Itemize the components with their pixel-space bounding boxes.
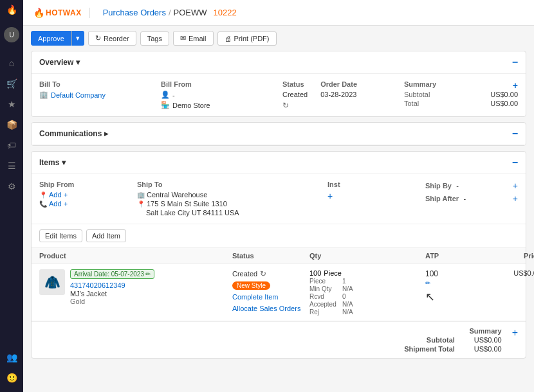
ship-by-add[interactable]: + (513, 181, 518, 191)
communications-header: Communications ▸ − (32, 123, 526, 145)
topbar-divider (89, 8, 90, 18)
footer-add-icon[interactable]: + (512, 327, 518, 339)
inst-add-icon[interactable]: + (327, 191, 333, 201)
edit-items-button[interactable]: Edit Items (39, 229, 82, 242)
subtotal-value: US$0.00 (490, 91, 518, 98)
bill-to-label: Bill To (39, 80, 153, 88)
sidebar-item-people[interactable]: 👥 (3, 348, 21, 366)
summary-add-icon[interactable]: + (513, 80, 518, 91)
allocate-orders-link[interactable]: Allocate Sales Orders (232, 305, 300, 312)
rcvd-label: Rcvd (309, 293, 342, 300)
communications-title[interactable]: Communications ▸ (39, 129, 108, 138)
ship-from-add-phone[interactable]: Add + (49, 200, 68, 208)
product-id-link[interactable]: 43174020612349 (70, 281, 125, 289)
sidebar-avatar[interactable]: U (3, 26, 21, 44)
new-style-badge: New Style (232, 281, 270, 290)
breadcrumb-id: 10222 (214, 8, 237, 17)
location-icon-1: 📍 (39, 192, 47, 199)
approve-button-group: Approve ▾ (31, 31, 84, 46)
approve-dropdown[interactable]: ▾ (71, 31, 84, 46)
rej-label: Rej (309, 308, 342, 316)
footer-subtotal-row: Subtotal US$0.00 (427, 336, 502, 344)
ship-after-value: - (464, 195, 466, 202)
sidebar-item-settings[interactable]: ⚙ (3, 177, 21, 195)
arrival-badge: Arrival Date: 05-07-2023 ✏ (70, 269, 154, 279)
items-action-row: Edit Items Add Item (32, 224, 526, 248)
complete-item-link[interactable]: Complete Item (232, 293, 279, 301)
breadcrumb: Purchase Orders / POEWW 10222 (103, 8, 237, 17)
sidebar-item-user2[interactable]: 🙂 (3, 369, 21, 387)
items-title[interactable]: Items ▾ (39, 158, 66, 167)
accepted-label: Accepted (309, 301, 342, 308)
status-refresh-icon[interactable]: ↻ (260, 269, 266, 278)
breadcrumb-current: POEWW (174, 8, 207, 17)
atp-edit-icon[interactable]: ✏ (425, 280, 430, 287)
bill-to-col: Bill To 🏢 Default Company (39, 80, 153, 110)
status-value: Created (282, 91, 308, 98)
product-cell: 🧥 Arrival Date: 05-07-2023 ✏ 43174020612… (39, 269, 232, 305)
qty-unit: Piece (324, 269, 342, 277)
sidebar-item-list[interactable]: ☰ (3, 157, 21, 175)
piece-val: 1 (342, 278, 362, 285)
sidebar-item-cart[interactable]: 🛒 (3, 75, 21, 93)
col-price: Price (477, 252, 534, 260)
edit-arrival-icon[interactable]: ✏ (145, 271, 151, 278)
bill-from-person: - (172, 91, 175, 99)
breadcrumb-parent[interactable]: Purchase Orders (103, 8, 166, 17)
sidebar-item-home[interactable]: ⌂ (3, 54, 21, 72)
ship-to-col: Ship To 🏢 Central Warehouse 📍 175 S Main… (137, 181, 322, 217)
status-created: Created ↻ (232, 269, 309, 278)
qty-value: 100 (309, 269, 321, 277)
footer-shipment-row: Shipment Total US$0.00 (404, 345, 501, 353)
ship-from-add[interactable]: Add + (49, 191, 68, 199)
sidebar-item-package[interactable]: 📦 (3, 116, 21, 134)
footer-summary-title: Summary (470, 327, 502, 335)
product-name: MJ's Jacket (70, 290, 154, 298)
footer-summary-label-row: Summary (470, 327, 502, 335)
sidebar-item-tag[interactable]: 🏷 (3, 136, 21, 154)
refresh-icon[interactable]: ↻ (282, 101, 289, 110)
total-label: Total (404, 100, 419, 107)
person-icon: 👤 (161, 91, 170, 99)
sidebar-item-star[interactable]: ★ (3, 95, 21, 113)
summary-col: Summary + Subtotal US$0.00 Total US$0.00 (404, 80, 518, 110)
ship-after-add[interactable]: + (513, 193, 518, 204)
items-chevron: ▾ (62, 158, 66, 167)
footer-subtotal-value: US$0.00 (474, 336, 502, 344)
email-button[interactable]: ✉ Email (173, 31, 214, 46)
ship-to-label: Ship To (137, 181, 322, 188)
bill-from-col: Bill From 👤 - 🏪 Demo Store (161, 80, 275, 110)
print-button[interactable]: 🖨 Print (PDF) (217, 31, 277, 46)
bill-to-value[interactable]: Default Company (51, 91, 106, 99)
tags-button[interactable]: Tags (140, 31, 169, 46)
ship-to-city: Salt Lake City UT 84111 USA (146, 209, 239, 217)
product-thumbnail: 🧥 (39, 269, 65, 295)
reorder-button[interactable]: ↻ Reorder (88, 31, 136, 46)
piece-label: Piece (309, 278, 342, 285)
rej-val: N/A (342, 308, 362, 316)
footer-subtotal-label: Subtotal (427, 336, 455, 344)
comm-collapse[interactable]: − (512, 128, 518, 139)
phone-icon: 📞 (39, 200, 47, 208)
qty-cell: 100 Piece Piece 1 Min Qty N/A Rcvd 0 Acc… (309, 269, 425, 316)
overview-collapse[interactable]: − (512, 57, 518, 68)
ship-to-warehouse: Central Warehouse (147, 191, 207, 199)
items-collapse[interactable]: − (512, 157, 518, 168)
ship-from-col: Ship From 📍 Add + 📞 Add + (39, 181, 132, 217)
ship-by-value: - (456, 182, 459, 190)
bill-from-store: Demo Store (172, 102, 210, 109)
reorder-icon: ↻ (95, 34, 101, 42)
overview-title[interactable]: Overview ▾ (39, 58, 80, 67)
content-area: Approve ▾ ↻ Reorder Tags ✉ Email 🖨 Print… (23, 26, 534, 392)
topbar: 🔥 HOTWAX Purchase Orders / POEWW 10222 (23, 0, 534, 26)
overview-section: Overview ▾ − Bill To 🏢 Default Company (31, 51, 526, 117)
approve-button[interactable]: Approve (31, 31, 71, 46)
add-item-button[interactable]: Add Item (86, 229, 126, 242)
col-status: Status (232, 252, 309, 260)
atp-value: 100 (425, 269, 477, 278)
accepted-val: N/A (342, 301, 362, 308)
ship-by-col: Ship By - + Ship After - + (425, 181, 518, 217)
ship-after-label: Ship After (425, 195, 459, 202)
warehouse-icon: 🏢 (137, 192, 145, 199)
status-label: Status (282, 80, 308, 88)
